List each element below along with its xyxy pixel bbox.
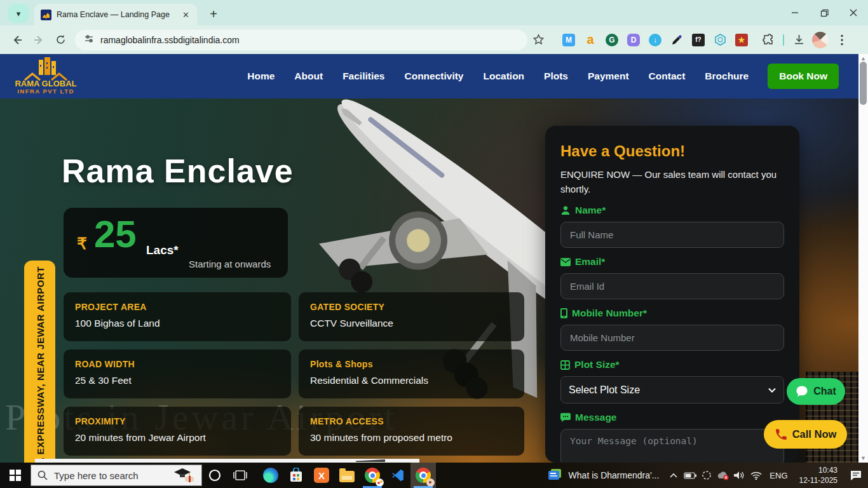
- taskbar-vscode-icon[interactable]: [385, 463, 410, 488]
- back-button[interactable]: [6, 29, 28, 51]
- chevron-down-icon: ▾: [17, 9, 21, 18]
- tray-date: 12-11-2025: [799, 475, 838, 485]
- extension-star-wand-icon[interactable]: ★: [732, 30, 751, 50]
- search-icon: [37, 470, 48, 480]
- extension-amazon-icon[interactable]: a: [581, 30, 600, 50]
- tab-title: Rama Enclave — Landing Page: [57, 10, 176, 19]
- cloud-error-icon[interactable]: [715, 463, 731, 488]
- nav-item-connectivity[interactable]: Connectivity: [404, 71, 463, 82]
- window-restore-button[interactable]: [810, 0, 839, 25]
- reload-button[interactable]: [50, 29, 71, 51]
- message-textarea[interactable]: [560, 429, 784, 463]
- task-view-button[interactable]: [227, 463, 253, 488]
- nav-item-about[interactable]: About: [294, 71, 323, 82]
- taskbar-file-explorer-icon[interactable]: [334, 463, 360, 488]
- forward-button[interactable]: [28, 29, 50, 51]
- cortana-button[interactable]: [202, 463, 227, 488]
- bookmark-star-icon[interactable]: [529, 30, 548, 50]
- page-content: RAMA GLOBAL INFRA PVT LTD Home About Fac…: [0, 54, 868, 463]
- tab-search-button[interactable]: ▾: [8, 4, 29, 23]
- ribbon-text: JA EXPRESSWAY, NEAR JEWAR AIRPORT: [34, 266, 45, 463]
- nav-item-payment[interactable]: Payment: [588, 71, 629, 82]
- page-scrollbar[interactable]: ▲ ▼: [858, 54, 868, 463]
- select-chevron-icon: [768, 388, 776, 393]
- windows-taskbar: Type here to search X: [0, 463, 868, 488]
- call-now-button[interactable]: Call Now: [764, 420, 847, 449]
- taskbar-chrome-active-icon[interactable]: [410, 463, 436, 488]
- taskbar-store-icon[interactable]: [283, 463, 309, 488]
- feature-title: ROAD WIDTH: [75, 359, 280, 369]
- nav-item-location[interactable]: Location: [483, 71, 524, 82]
- mobile-label: Mobile Number*: [560, 308, 784, 319]
- taskbar-chrome-profile-icon[interactable]: [360, 463, 385, 488]
- nav-item-facilities[interactable]: Facilities: [342, 71, 384, 82]
- email-input[interactable]: [560, 273, 784, 299]
- feature-title: METRO ACCESS: [310, 416, 513, 426]
- email-label: Email*: [560, 256, 784, 268]
- name-label: Name*: [560, 205, 784, 216]
- price-note: Starting at onwards: [189, 259, 271, 269]
- new-tab-button[interactable]: +: [205, 5, 222, 23]
- nav-item-plots[interactable]: Plots: [544, 71, 568, 82]
- url-text[interactable]: ramaglobalinfra.ssbdigitalindia.com: [100, 35, 240, 45]
- browser-tab[interactable]: Rama Enclave — Landing Page ✕: [34, 4, 197, 25]
- profile-avatar[interactable]: [811, 30, 830, 50]
- extension-grammarly-icon[interactable]: G: [602, 30, 621, 50]
- chat-button[interactable]: Chat: [787, 378, 845, 405]
- feature-value: Residential & Commercials: [310, 375, 513, 386]
- feature-value: CCTV Surveillance: [310, 318, 513, 329]
- action-center-icon[interactable]: [844, 463, 868, 488]
- scrollbar-thumb[interactable]: [860, 62, 867, 105]
- book-now-button[interactable]: Book Now: [768, 64, 839, 89]
- extension-gmail-icon[interactable]: M: [559, 30, 578, 50]
- volume-icon[interactable]: [731, 463, 748, 488]
- plot-size-select[interactable]: Select Plot Size: [560, 376, 784, 403]
- taskbar-xampp-icon[interactable]: X: [309, 463, 334, 488]
- onedrive-sync-icon[interactable]: [698, 463, 715, 488]
- scroll-up-icon[interactable]: ▲: [858, 55, 868, 62]
- taskbar-search-box[interactable]: Type here to search: [31, 464, 202, 486]
- language-indicator[interactable]: ENG: [764, 471, 792, 480]
- battery-icon[interactable]: [682, 463, 698, 488]
- extension-hexagon-icon[interactable]: [710, 30, 729, 50]
- scroll-down-icon[interactable]: ▼: [858, 455, 868, 461]
- extension-d-icon[interactable]: D: [624, 30, 643, 50]
- extension-downloader-icon[interactable]: ↓: [646, 30, 665, 50]
- url-bar[interactable]: ramaglobalinfra.ssbdigitalindia.com: [75, 30, 527, 50]
- logo-line1: RAMA GLOBAL: [15, 79, 76, 88]
- graduation-cap-icon: [173, 467, 195, 484]
- start-button[interactable]: [0, 463, 31, 488]
- clock[interactable]: 10:43 12-11-2025: [793, 465, 844, 485]
- feature-value: 25 & 30 Feet: [75, 375, 280, 386]
- menu-kebab-icon[interactable]: [832, 30, 851, 50]
- news-widget[interactable]: What is Dharmendra'...: [542, 463, 666, 488]
- news-headline[interactable]: What is Dharmendra'...: [569, 470, 660, 480]
- news-icon: [548, 469, 562, 482]
- tray-chevron-up-icon[interactable]: [665, 463, 682, 488]
- nav-item-contact[interactable]: Contact: [649, 71, 686, 82]
- browser-toolbar: ramaglobalinfra.ssbdigitalindia.com M a …: [0, 25, 868, 54]
- name-input[interactable]: [560, 222, 784, 248]
- window-close-button[interactable]: [839, 0, 868, 25]
- extension-font-finder-icon[interactable]: f?: [689, 30, 708, 50]
- tune-icon: [84, 34, 94, 46]
- price-unit: Lacs*: [146, 243, 179, 257]
- tab-close-icon[interactable]: ✕: [181, 10, 191, 20]
- rama-global-logo[interactable]: RAMA GLOBAL INFRA PVT LTD: [11, 57, 80, 95]
- rupee-icon: ₹: [77, 234, 87, 253]
- taskbar-edge-icon[interactable]: [258, 463, 283, 488]
- feature-title: Plots & Shops: [310, 359, 513, 369]
- mobile-phone-icon: [560, 308, 567, 318]
- extension-color-picker-icon[interactable]: [667, 30, 686, 50]
- window-minimize-button[interactable]: [780, 0, 810, 25]
- envelope-icon: [560, 258, 571, 266]
- mobile-input[interactable]: [560, 325, 784, 351]
- nav-item-brochure[interactable]: Brochure: [705, 71, 749, 82]
- wifi-icon[interactable]: [748, 463, 764, 488]
- nav-links: Home About Facilities Connectivity Locat…: [247, 71, 749, 82]
- downloads-icon[interactable]: [789, 30, 808, 50]
- nav-item-home[interactable]: Home: [247, 71, 275, 82]
- feature-card-proximity: PROXIMITY 20 minutes from Jewar Airport: [64, 407, 291, 456]
- extensions-puzzle-icon[interactable]: [759, 30, 778, 50]
- feature-title: PROJECT AREA: [75, 302, 280, 312]
